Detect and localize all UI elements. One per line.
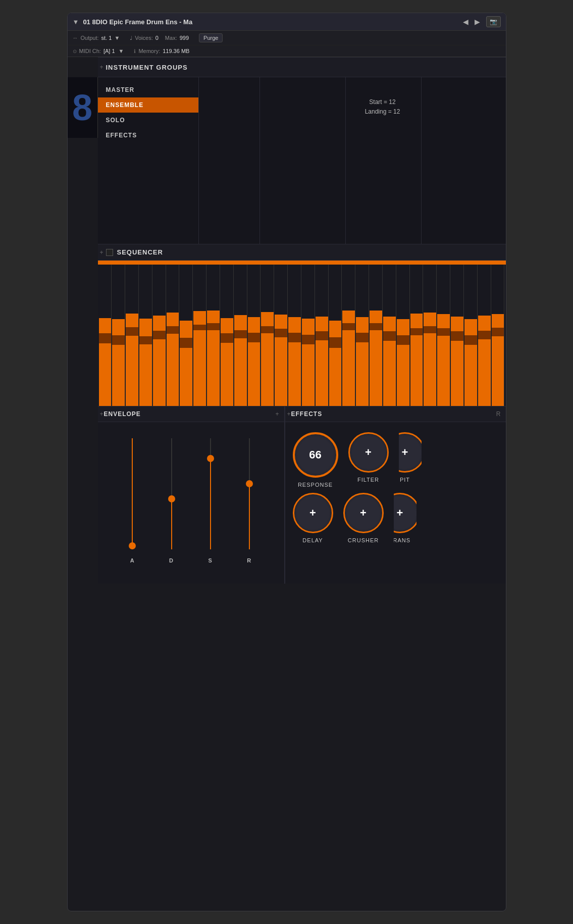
- seq-bar-23[interactable]: [410, 265, 424, 406]
- seq-bar-3[interactable]: [139, 265, 152, 406]
- piano-line-2: [345, 77, 346, 244]
- seq-bar-2[interactable]: [126, 265, 139, 406]
- seq-bar-25[interactable]: [437, 265, 450, 406]
- midi-info: ⊙ MIDI Ch: [A] 1 ▼: [73, 48, 124, 54]
- filter-label: FILTER: [357, 477, 379, 483]
- seq-bar-7[interactable]: [193, 265, 206, 406]
- purge-button[interactable]: Purge: [199, 33, 223, 42]
- seq-bar-18[interactable]: [342, 265, 355, 406]
- seq-bar-29[interactable]: [492, 265, 505, 406]
- plugin-window: ▼ 01 8DIO Epic Frame Drum Ens - Ma ◀ ▶ 📷…: [67, 13, 506, 911]
- memory-info: ℹ Memory: 119.36 MB: [134, 48, 189, 54]
- seq-bar-13[interactable]: [275, 265, 288, 406]
- seq-bar-14[interactable]: [288, 265, 301, 406]
- ig-labels: Start = 12 Landing = 12: [259, 97, 506, 117]
- slider-r-fill: [249, 484, 250, 549]
- seq-divider-11: [260, 265, 261, 406]
- effects-grid-row2: + DELAY + CRUSHER: [285, 493, 506, 553]
- filter-knob[interactable]: +: [348, 432, 389, 473]
- effects-grid: 66 RESPONSE + FILTER: [285, 422, 506, 498]
- seq-divider-7: [206, 265, 206, 406]
- seq-bar-24[interactable]: [424, 265, 437, 406]
- slider-r-track[interactable]: [249, 438, 250, 549]
- seq-bar-8[interactable]: [207, 265, 220, 406]
- seq-bar-6[interactable]: [180, 265, 193, 406]
- slider-a: A: [130, 438, 135, 563]
- seq-divider-14: [301, 265, 301, 406]
- seq-bar-16[interactable]: [316, 265, 329, 406]
- ig-item-effects[interactable]: EFFECTS: [98, 128, 198, 143]
- seq-bar-1[interactable]: [112, 265, 125, 406]
- slider-s-label: S: [209, 557, 213, 563]
- slider-a-fill: [132, 438, 133, 549]
- seq-bar-20[interactable]: [370, 265, 383, 406]
- delay-value: +: [309, 506, 316, 520]
- seq-divider-21: [396, 265, 396, 406]
- seq-divider-9: [233, 265, 234, 406]
- envelope-plus: +: [275, 410, 279, 418]
- pitch-knob[interactable]: +: [399, 432, 422, 473]
- seq-bars-container: [98, 265, 506, 406]
- seq-bar-22[interactable]: [397, 265, 410, 406]
- seq-divider-29: [504, 265, 504, 406]
- seq-bar-9[interactable]: [221, 265, 234, 406]
- knob-group-crusher: + CRUSHER: [343, 493, 384, 543]
- prev-arrow[interactable]: ◀: [461, 17, 471, 27]
- slider-d-handle[interactable]: [168, 495, 175, 502]
- start-label: Start = 12: [259, 97, 506, 107]
- camera-button[interactable]: 📷: [486, 16, 501, 27]
- next-arrow[interactable]: ▶: [473, 17, 482, 27]
- ig-item-solo[interactable]: SOLO: [98, 113, 198, 128]
- ig-item-ensemble[interactable]: ENSEMBLE: [98, 97, 198, 113]
- ig-list: MASTER ENSEMBLE SOLO EFFECTS: [98, 77, 199, 244]
- slider-a-label: A: [130, 557, 135, 563]
- delay-knob[interactable]: +: [293, 493, 333, 533]
- seq-bar-28[interactable]: [478, 265, 491, 406]
- slider-a-track[interactable]: [132, 438, 133, 549]
- seq-bar-27[interactable]: [464, 265, 478, 406]
- response-knob[interactable]: 66: [293, 432, 338, 478]
- knob-group-trans: + TRANS: [394, 493, 416, 543]
- seq-divider-1: [125, 265, 125, 406]
- slider-d-track[interactable]: [171, 438, 172, 549]
- effects-r-label: R: [496, 410, 501, 418]
- slider-s-handle[interactable]: [207, 455, 214, 462]
- seq-bar-4[interactable]: [153, 265, 166, 406]
- knob-group-pitch: + PIT: [399, 432, 422, 488]
- slider-s-track[interactable]: [210, 438, 211, 549]
- seq-bar-19[interactable]: [356, 265, 369, 406]
- seq-bar-15[interactable]: [302, 265, 315, 406]
- output-info: ↔ Output: st. 1 ▼: [73, 35, 120, 41]
- seq-bar-0[interactable]: [99, 265, 112, 406]
- ig-item-master[interactable]: MASTER: [98, 82, 198, 97]
- seq-bar-21[interactable]: [383, 265, 396, 406]
- response-label: RESPONSE: [298, 482, 333, 488]
- trans-knob[interactable]: +: [394, 493, 416, 533]
- slider-r-label: R: [247, 557, 251, 563]
- seq-bar-5[interactable]: [167, 265, 180, 406]
- crusher-knob[interactable]: +: [343, 493, 384, 533]
- slider-a-handle[interactable]: [129, 542, 136, 549]
- knob-group-response: 66 RESPONSE: [293, 432, 338, 488]
- seq-divider-17: [341, 265, 342, 406]
- slider-d-fill: [171, 499, 172, 549]
- envelope-panel: ENVELOPE + A: [98, 406, 285, 584]
- seq-bar-17[interactable]: [329, 265, 342, 406]
- slider-d-label: D: [169, 557, 174, 563]
- seq-header: SEQUENCER: [98, 244, 506, 261]
- seq-bar-10[interactable]: [234, 265, 247, 406]
- slider-r-handle[interactable]: [246, 480, 253, 487]
- seq-enable-checkbox[interactable]: [106, 249, 113, 256]
- seq-bar-11[interactable]: [248, 265, 261, 406]
- seq-bar-12[interactable]: [261, 265, 274, 406]
- seq-bar-26[interactable]: [451, 265, 464, 406]
- seq-divider-3: [152, 265, 152, 406]
- seq-divider-4: [166, 265, 166, 406]
- dropdown-arrow[interactable]: ▼: [73, 18, 79, 26]
- nav-arrows: ◀ ▶: [461, 17, 482, 27]
- ig-piano-area: Start = 12 Landing = 12: [199, 77, 506, 244]
- ig-title: INSTRUMENT GROUPS: [106, 64, 188, 71]
- seq-divider-22: [409, 265, 410, 406]
- seq-divider-28: [491, 265, 491, 406]
- landing-label: Landing = 12: [259, 107, 506, 117]
